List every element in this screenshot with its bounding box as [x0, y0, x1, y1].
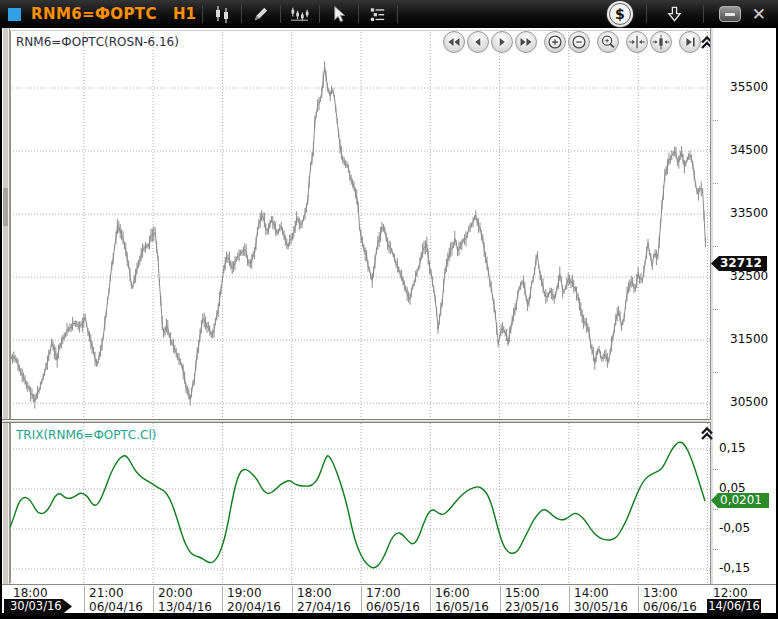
last-price-badge: 32712 [711, 256, 767, 271]
toolbar-separator [397, 5, 398, 23]
time-label: 17:00 [366, 586, 401, 600]
zoom-in-icon [545, 32, 565, 52]
toolbar-separator [646, 5, 647, 23]
step-forward-icon [492, 32, 512, 52]
time-label: 21:00 [89, 586, 124, 600]
time-axis-tick [638, 586, 639, 612]
trix-panel-title: TRIX(RNM6=ФОРТС.Cl) [16, 428, 156, 442]
time-label: 19:00 [227, 586, 262, 600]
price-tick-label: 35500 [730, 80, 768, 94]
price-minor-tick [713, 309, 718, 310]
draw-pencil-button[interactable] [248, 2, 274, 26]
time-axis-tick [500, 586, 501, 612]
price-minor-tick [713, 120, 718, 121]
compress-horizontal-icon [627, 32, 647, 52]
trix-minor-tick [713, 549, 718, 550]
trix-tick-label: -0,05 [719, 521, 750, 535]
date-label: 30/05/16 [574, 600, 628, 614]
fast-rewind-icon [444, 32, 464, 52]
collapse-trix-button[interactable] [700, 426, 714, 441]
nav-step-forward-button[interactable] [491, 31, 513, 53]
zoom-lens-icon [598, 32, 618, 52]
download-button[interactable] [662, 2, 688, 26]
toolbar-separator [319, 5, 320, 23]
nav-compress-bars-button[interactable] [650, 31, 672, 53]
date-label: 06/06/16 [643, 600, 697, 614]
date-label: 20/04/16 [227, 600, 281, 614]
time-label: 14:00 [574, 586, 609, 600]
time-label: 12:00 [713, 586, 748, 600]
titlebar: RNM6=ФОРТС H1 [0, 0, 778, 28]
chart-style-icon [289, 5, 310, 24]
price-chart-canvas[interactable] [10, 30, 710, 419]
price-tick-label: 31500 [730, 332, 768, 346]
time-label: 18:00 [13, 586, 48, 600]
toolbar-separator [703, 5, 704, 23]
trix-tick-label: 0,15 [719, 441, 746, 455]
nav-go-to-end-button[interactable] [679, 31, 701, 53]
trix-minor-tick [713, 509, 718, 510]
date-label: 06/05/16 [366, 600, 420, 614]
nav-compress-horizontal-button[interactable] [626, 31, 648, 53]
indicator-levels-button[interactable] [365, 2, 391, 26]
price-tick-label: 34500 [730, 143, 768, 157]
price-tick-label: 33500 [730, 206, 768, 220]
date-badge: 14/06/16 [707, 599, 761, 614]
trix-canvas[interactable] [10, 423, 710, 583]
candlestick-chart-icon [212, 4, 232, 24]
chart-style-button[interactable] [287, 2, 313, 26]
trix-value-badge: 0,0201 [711, 493, 769, 508]
left-scrollbar[interactable] [2, 28, 10, 613]
time-label: 20:00 [158, 586, 193, 600]
toolbar-separator [202, 5, 203, 23]
cursor-mode-button[interactable] [326, 2, 352, 26]
price-minor-tick [713, 372, 718, 373]
nav-zoom-in-button[interactable] [544, 31, 566, 53]
time-label: 16:00 [435, 586, 470, 600]
nav-zoom-lens-button[interactable] [597, 31, 619, 53]
candlestick-chart-button[interactable] [209, 2, 235, 26]
date-label: 06/04/16 [89, 600, 143, 614]
nav-step-back-button[interactable] [467, 31, 489, 53]
scrollbar-thumb[interactable] [3, 188, 8, 226]
go-to-end-icon [680, 32, 700, 52]
time-axis-tick [361, 586, 362, 612]
fast-forward-icon [516, 32, 536, 52]
timeframe-label: H1 [173, 5, 196, 23]
trix-tick-label: -0,15 [719, 561, 750, 575]
chart-body: RNM6=ФОРТС(ROSN-6.16) TRIX(RNM6=ФОРТС.Cl… [2, 28, 776, 613]
price-chart-plot[interactable] [10, 30, 710, 419]
price-chart-title: RNM6=ФОРТС(ROSN-6.16) [16, 35, 179, 49]
trix-minor-tick [713, 469, 718, 470]
date-label: 13/04/16 [158, 600, 212, 614]
time-axis: 18:0030/03/1621:0006/04/1620:0013/04/161… [2, 584, 776, 613]
time-axis-tick [222, 586, 223, 612]
time-axis-tick [569, 586, 570, 612]
restore-window-button[interactable] [719, 6, 741, 22]
zoom-out-icon [569, 32, 589, 52]
close-window-button[interactable]: ✕ [750, 6, 768, 23]
currency-dollar-button[interactable]: $ [609, 3, 631, 25]
nav-zoom-out-button[interactable] [568, 31, 590, 53]
download-arrow-icon [664, 5, 685, 24]
pencil-icon [251, 5, 270, 24]
titlebar-right-controls: $ ✕ [609, 2, 778, 26]
price-minor-tick [713, 183, 718, 184]
chart-window: RNM6=ФОРТС H1 [0, 0, 778, 619]
step-back-icon [468, 32, 488, 52]
compress-bars-icon [651, 32, 671, 52]
nav-fast-rewind-button[interactable] [443, 31, 465, 53]
time-label: 18:00 [297, 586, 332, 600]
chart-nav-toolbar [441, 31, 701, 53]
trix-indicator-plot[interactable] [10, 423, 710, 583]
toolbar-separator [280, 5, 281, 23]
indicator-levels-icon [368, 5, 387, 24]
time-label: 13:00 [643, 586, 678, 600]
time-axis-tick [292, 586, 293, 612]
trix-tick-label: 0,05 [719, 481, 746, 495]
toolbar-separator [241, 5, 242, 23]
nav-fast-forward-button[interactable] [515, 31, 537, 53]
price-tick-label: 30500 [730, 395, 768, 409]
time-axis-tick [84, 586, 85, 612]
window-title: RNM6=ФОРТС [31, 5, 157, 23]
